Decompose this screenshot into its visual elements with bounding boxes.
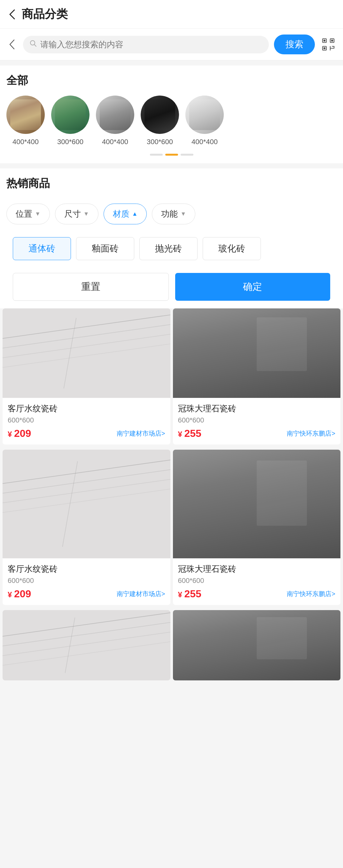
header-back-button[interactable] xyxy=(8,10,17,19)
product-footer-3: ¥ 209 南宁建材市场店> xyxy=(8,588,165,600)
search-button[interactable]: 搜索 xyxy=(274,34,315,54)
category-label-3: 300*600 xyxy=(147,138,173,146)
category-thumb-2 xyxy=(96,96,134,134)
all-section-title: 全部 xyxy=(6,73,337,88)
product-size-4: 600*600 xyxy=(178,577,336,585)
product-price-1: ¥ 209 xyxy=(8,428,31,439)
chevron-down-icon-function: ▼ xyxy=(180,211,186,217)
category-item-4[interactable]: 400*400 xyxy=(185,96,224,146)
product-price-3: ¥ 209 xyxy=(8,588,31,600)
product-row-1: 客厅水纹瓷砖 600*600 ¥ 209 南宁建材市场店> 冠珠大理石瓷砖 60… xyxy=(0,308,343,444)
scroll-dot-1 xyxy=(150,154,163,156)
svg-rect-5 xyxy=(323,40,325,41)
filter-position-label: 位置 xyxy=(15,208,32,220)
category-label-4: 400*400 xyxy=(191,138,218,146)
product-info-4: 冠珠大理石瓷砖 600*600 ¥ 255 南宁快环东鹏店> xyxy=(173,558,341,605)
product-name-4: 冠珠大理石瓷砖 xyxy=(178,563,336,575)
search-back-button[interactable] xyxy=(6,39,18,50)
filter-material[interactable]: 材质 ▲ xyxy=(103,204,147,224)
product-row-2: 客厅水纹瓷砖 600*600 ¥ 209 南宁建材市场店> 冠珠大理石瓷砖 60… xyxy=(0,450,343,605)
product-card-3[interactable]: 客厅水纹瓷砖 600*600 ¥ 209 南宁建材市场店> xyxy=(3,450,170,605)
currency-symbol-1: ¥ xyxy=(8,430,14,438)
product-price-4: ¥ 255 xyxy=(178,588,201,600)
filter-bar: 位置 ▼ 尺寸 ▼ 材质 ▲ 功能 ▼ xyxy=(6,198,337,229)
product-size-3: 600*600 xyxy=(8,577,165,585)
product-image-3 xyxy=(3,450,170,558)
product-image-4 xyxy=(173,450,341,558)
product-footer-4: ¥ 255 南宁快环东鹏店> xyxy=(178,588,336,600)
dropdown-actions: 重置 确定 xyxy=(13,270,330,301)
scan-icon-button[interactable] xyxy=(320,36,337,53)
currency-symbol-2: ¥ xyxy=(178,430,184,438)
search-bar: 搜索 xyxy=(0,29,343,60)
product-image-6 xyxy=(173,610,341,680)
currency-symbol-3: ¥ xyxy=(8,590,14,599)
product-card-5-partial[interactable] xyxy=(3,610,170,680)
product-card-6-partial[interactable] xyxy=(173,610,341,680)
all-categories-section: 全部 400*400 300*600 4 xyxy=(0,65,343,163)
product-footer-2: ¥ 255 南宁快环东鹏店> xyxy=(178,428,336,439)
category-item-0[interactable]: 400*400 xyxy=(6,96,45,146)
hot-section-title: 热销商品 xyxy=(6,176,337,191)
currency-symbol-4: ¥ xyxy=(178,590,184,599)
material-option-tongti[interactable]: 通体砖 xyxy=(13,237,71,260)
category-label-1: 300*600 xyxy=(57,138,84,146)
product-grid: 客厅水纹瓷砖 600*600 ¥ 209 南宁建材市场店> 冠珠大理石瓷砖 60… xyxy=(0,308,343,680)
category-item-3[interactable]: 300*600 xyxy=(141,96,179,146)
product-card-2[interactable]: 冠珠大理石瓷砖 600*600 ¥ 255 南宁快环东鹏店> xyxy=(173,308,341,444)
page-header: 商品分类 xyxy=(0,0,343,29)
product-name-1: 客厅水纹瓷砖 xyxy=(8,403,165,414)
material-option-youmian[interactable]: 釉面砖 xyxy=(76,237,134,260)
product-card-4[interactable]: 冠珠大理石瓷砖 600*600 ¥ 255 南宁快环东鹏店> xyxy=(173,450,341,605)
category-item-1[interactable]: 300*600 xyxy=(51,96,90,146)
svg-rect-6 xyxy=(331,40,333,41)
product-info-3: 客厅水纹瓷砖 600*600 ¥ 209 南宁建材市场店> xyxy=(3,558,170,605)
search-icon xyxy=(29,40,37,49)
svg-rect-7 xyxy=(323,47,325,49)
page-title: 商品分类 xyxy=(22,6,68,22)
product-info-2: 冠珠大理石瓷砖 600*600 ¥ 255 南宁快环东鹏店> xyxy=(173,398,341,444)
filter-function[interactable]: 功能 ▼ xyxy=(152,204,195,224)
product-info-1: 客厅水纹瓷砖 600*600 ¥ 209 南宁建材市场店> xyxy=(3,398,170,444)
product-name-2: 冠珠大理石瓷砖 xyxy=(178,403,336,414)
filter-function-label: 功能 xyxy=(161,208,178,220)
product-footer-1: ¥ 209 南宁建材市场店> xyxy=(8,428,165,439)
product-store-2[interactable]: 南宁快环东鹏店> xyxy=(287,429,335,438)
filter-size[interactable]: 尺寸 ▼ xyxy=(55,204,98,224)
product-image-5 xyxy=(3,610,170,680)
material-option-paoguang[interactable]: 抛光砖 xyxy=(139,237,197,260)
category-thumb-4 xyxy=(185,96,224,134)
scroll-dot-3 xyxy=(181,154,193,156)
scroll-dot-2 xyxy=(165,154,178,156)
product-image-2 xyxy=(173,308,341,398)
category-item-2[interactable]: 400*400 xyxy=(96,96,134,146)
filter-size-label: 尺寸 xyxy=(64,208,81,220)
confirm-button[interactable]: 确定 xyxy=(175,273,331,301)
search-input[interactable] xyxy=(40,40,262,50)
material-options: 通体砖 釉面砖 抛光砖 玻化砖 xyxy=(13,237,330,260)
material-option-bohua[interactable]: 玻化砖 xyxy=(203,237,261,260)
product-name-3: 客厅水纹瓷砖 xyxy=(8,563,165,575)
product-store-4[interactable]: 南宁快环东鹏店> xyxy=(287,590,335,598)
product-size-2: 600*600 xyxy=(178,416,336,425)
filter-material-label: 材质 xyxy=(113,208,129,220)
category-scroll-container: 400*400 300*600 400*400 xyxy=(6,96,337,149)
category-thumb-1 xyxy=(51,96,90,134)
chevron-down-icon-position: ▼ xyxy=(35,211,40,217)
scroll-indicator xyxy=(6,154,337,156)
category-label-0: 400*400 xyxy=(12,138,39,146)
filter-position[interactable]: 位置 ▼ xyxy=(6,204,50,224)
hot-products-section: 热销商品 位置 ▼ 尺寸 ▼ 材质 ▲ 功能 ▼ 通体砖 釉面砖 抛光砖 玻化砖… xyxy=(0,168,343,308)
product-image-1 xyxy=(3,308,170,398)
category-thumb-0 xyxy=(6,96,45,134)
search-input-wrapper xyxy=(23,36,269,53)
product-row-3-partial xyxy=(0,610,343,680)
reset-button[interactable]: 重置 xyxy=(13,273,169,301)
svg-line-1 xyxy=(34,45,36,46)
category-label-2: 400*400 xyxy=(102,138,128,146)
product-store-3[interactable]: 南宁建材市场店> xyxy=(117,590,165,598)
chevron-up-icon-material: ▲ xyxy=(132,211,138,217)
product-store-1[interactable]: 南宁建材市场店> xyxy=(117,429,165,438)
product-card-1[interactable]: 客厅水纹瓷砖 600*600 ¥ 209 南宁建材市场店> xyxy=(3,308,170,444)
category-thumb-3 xyxy=(141,96,179,134)
